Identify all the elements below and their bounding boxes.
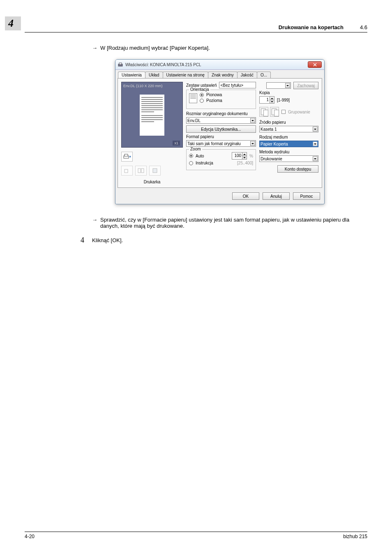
print-method-label: Metoda wydruku <box>259 150 318 154</box>
orientation-icon <box>189 93 197 103</box>
dialog-titlebar: Właściwości: KONICA MINOLTA 215 PCL <box>115 60 324 70</box>
svg-rect-4 <box>125 169 128 173</box>
collate-checkbox[interactable] <box>281 110 286 114</box>
view-option-3-icon[interactable] <box>149 166 161 176</box>
svg-rect-3 <box>125 154 128 156</box>
printer-glyph-icon <box>123 153 131 160</box>
tab-o[interactable]: O... <box>257 72 271 78</box>
page-preview: Env.DL (110 X 220 mm) x1 <box>121 82 183 148</box>
copies-range: [1-999] <box>277 98 290 102</box>
page-footer: 4-20 bizhub 215 <box>25 532 367 539</box>
tab-ustawienia[interactable]: Ustawienia <box>118 72 145 78</box>
step-4-number: 4 <box>81 236 84 245</box>
view-option-2-icon[interactable] <box>135 166 147 176</box>
radio-landscape[interactable] <box>200 99 204 103</box>
paper-source-label: Źródło papieru <box>259 120 318 125</box>
printer-view-icon[interactable] <box>121 152 133 162</box>
settings-set-field[interactable]: <Bez tytułu> <box>219 82 256 88</box>
paper-format-value: Taki sam jak format oryginału <box>187 141 241 146</box>
user-edit-button[interactable]: Edycja Użytkownika... <box>186 125 256 133</box>
instruction-arrow-2: Sprawdzić, czy w [Formacie papieru] usta… <box>92 217 351 229</box>
paper-source-select[interactable]: Kaseta 1 <box>259 126 318 132</box>
svg-rect-5 <box>138 169 141 173</box>
chapter-number: 4 <box>5 16 21 30</box>
help-button[interactable]: Pomoc <box>293 192 320 200</box>
instruction-arrow-1: W [Rodzaju medium] wybrać [Papier Kopert… <box>92 45 351 51</box>
save-button[interactable]: Zachowaj <box>293 82 318 89</box>
radio-zoom-auto[interactable] <box>189 154 193 158</box>
print-method-select[interactable]: Drukowanie <box>259 155 318 162</box>
print-properties-dialog: Właściwości: KONICA MINOLTA 215 PCL Usta… <box>115 59 325 204</box>
zoom-spinner[interactable]: 100 <box>232 152 247 160</box>
collate-icons <box>259 107 279 117</box>
zoom-legend: Zoom <box>189 147 202 151</box>
orig-size-value: Env.DL <box>187 118 201 123</box>
radio-portrait-label: Pionowa <box>206 92 222 97</box>
collate-label: Grupowanie <box>288 110 310 114</box>
tab-znak-wodny[interactable]: Znak wodny <box>208 72 238 78</box>
settings-set-label: Zestaw ustawień <box>186 83 217 88</box>
media-type-value: Papier Koperta <box>261 142 288 146</box>
paper-format-label: Format papieru <box>186 134 256 139</box>
settings-profile-select[interactable] <box>266 82 291 89</box>
copies-spinner[interactable]: 1 <box>259 96 274 104</box>
radio-zoom-manual[interactable] <box>189 161 193 165</box>
chevron-down-icon <box>250 141 255 146</box>
zoom-percent: % <box>249 154 253 158</box>
collate-icon-1 <box>259 107 268 117</box>
printer-label: Drukarka <box>121 180 183 184</box>
radio-zoom-auto-label: Auto <box>196 154 204 158</box>
media-type-select[interactable]: Papier Koperta <box>259 141 318 147</box>
dialog-footer: OK Anuluj Pomoc <box>115 190 324 204</box>
paper-format-select[interactable]: Taki sam jak format oryginału <box>186 140 256 147</box>
step-4-text: Kliknąć [OK]. <box>92 237 123 243</box>
orig-size-select[interactable]: Env.DL <box>186 117 256 124</box>
preview-scale: x1 <box>173 141 180 146</box>
page-header: 4 Drukowanie na kopertach 4.6 <box>25 16 367 32</box>
media-type-label: Rodzaj medium <box>259 135 318 139</box>
spin-down-icon[interactable] <box>242 156 247 160</box>
account-access-button[interactable]: Konto dostępu <box>277 165 318 173</box>
preview-paper <box>140 95 164 136</box>
spin-down-icon[interactable] <box>270 100 274 104</box>
copies-label: Kopia <box>259 90 318 95</box>
zoom-group: Zoom Auto 100 % Instrukcja [25..400] <box>186 149 256 170</box>
preview-size-label: Env.DL (110 X 220 mm) <box>123 84 163 88</box>
header-section: 4.6 <box>360 24 367 30</box>
spin-up-icon[interactable] <box>242 152 247 156</box>
tab-strip: Ustawienia Układ Ustawienie na stronę Zn… <box>115 70 324 78</box>
copies-value: 1 <box>259 96 270 104</box>
orientation-legend: Orientacja <box>189 87 210 92</box>
tab-jakosc[interactable]: Jakość <box>237 72 257 78</box>
orig-size-label: Rozmiar oryginalnego dokumentu <box>186 111 256 116</box>
zoom-value: 100 <box>232 152 242 160</box>
radio-portrait[interactable] <box>200 93 204 97</box>
chevron-down-icon <box>285 83 290 88</box>
tab-uklad[interactable]: Układ <box>145 72 163 78</box>
svg-rect-1 <box>119 63 122 65</box>
orientation-group: Orientacja Pionowa Pozioma <box>186 90 256 109</box>
print-method-value: Drukowanie <box>261 157 282 161</box>
ok-button[interactable]: OK <box>232 192 259 200</box>
svg-rect-7 <box>153 169 157 173</box>
zoom-range: [25..400] <box>237 161 253 165</box>
close-icon <box>313 63 317 67</box>
chevron-down-icon <box>313 127 318 132</box>
tab-ustawienie-na-strone[interactable]: Ustawienie na stronę <box>163 72 208 78</box>
chevron-down-icon <box>313 156 318 161</box>
radio-zoom-manual-label: Instrukcja <box>196 161 213 165</box>
paper-source-value: Kaseta 1 <box>261 127 277 132</box>
footer-product: bizhub 215 <box>343 534 367 539</box>
cancel-button[interactable]: Anuluj <box>263 192 290 200</box>
radio-landscape-label: Pozioma <box>206 98 222 103</box>
printer-icon <box>118 62 123 67</box>
collate-icon-2 <box>270 107 279 117</box>
header-title: Drukowanie na kopertach <box>279 24 344 30</box>
spin-up-icon[interactable] <box>270 96 274 100</box>
footer-page-number: 4-20 <box>25 534 35 539</box>
svg-rect-6 <box>141 169 144 173</box>
close-button[interactable] <box>308 61 322 68</box>
settings-set-value: <Bez tytułu> <box>220 83 243 88</box>
view-option-1-icon[interactable] <box>121 166 133 176</box>
step-4: 4 Kliknąć [OK]. <box>92 237 351 243</box>
